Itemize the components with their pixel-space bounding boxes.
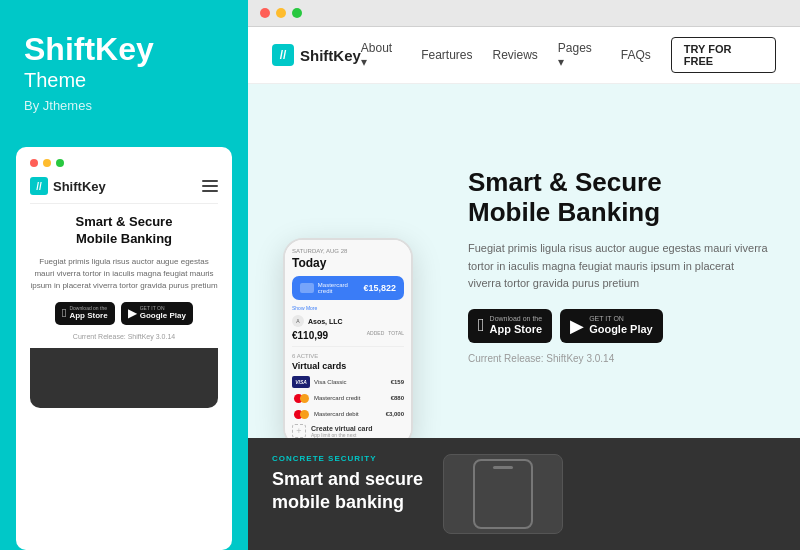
phone-amount-labels: ADDED TOTAL — [367, 330, 404, 341]
hero-google-play-big: Google Play — [589, 322, 653, 336]
phone-today: Today — [292, 256, 404, 270]
preview-nav: // ShiftKey — [30, 177, 218, 204]
phone-mc2-amount: €3,000 — [386, 411, 404, 417]
dot-yellow — [43, 159, 51, 167]
hero-release-text: Current Release: ShiftKey 3.0.14 — [468, 353, 770, 364]
visa-card-icon: VISA — [292, 376, 310, 388]
sidebar-subtitle: Theme — [24, 69, 224, 92]
preview-hero-title: Smart & SecureMobile Banking — [30, 214, 218, 248]
phone-credit-card: Mastercard credit €15,822 — [292, 276, 404, 300]
preview-store-buttons:  Download on the App Store ▶ GET IT ON … — [30, 302, 218, 325]
card-chip-icon — [300, 283, 314, 293]
phone-card-label: Mastercard credit — [318, 282, 364, 294]
website-logo-icon: // — [272, 44, 294, 66]
phone-card-row-left-mc2: Mastercard debit — [292, 408, 359, 420]
mastercard-icon-2 — [292, 408, 310, 420]
preview-hamburger-icon[interactable] — [202, 180, 218, 192]
website-logo: // ShiftKey — [272, 44, 361, 66]
preview-logo-icon: // — [30, 177, 48, 195]
website-nav: // ShiftKey About ▾ Feartures Reviews Pa… — [248, 27, 800, 84]
sidebar-title: ShiftKey — [24, 32, 224, 67]
bottom-heading: Smart and securemobile banking — [272, 468, 423, 513]
phone-add-icon[interactable]: + — [292, 424, 306, 438]
phone-date: SATURDAY, AUG 28 — [292, 248, 404, 254]
website-nav-links: About ▾ Feartures Reviews Pages ▾ FAQs T… — [361, 37, 776, 73]
phone-mc2-name: Mastercard debit — [314, 411, 359, 417]
phone-amount-row: €110,99 ADDED TOTAL — [292, 330, 404, 347]
sidebar-header: ShiftKey Theme By Jthemes — [0, 0, 248, 137]
preview-google-play-big: Google Play — [140, 311, 186, 321]
phone-card-row-left: VISA Visa Classic — [292, 376, 347, 388]
dot-green — [56, 159, 64, 167]
hero-app-store-small: Download on the — [490, 315, 543, 322]
preview-logo-text: ShiftKey — [53, 179, 106, 194]
hero-text-area: Smart & SecureMobile Banking Fuegiat pri… — [448, 84, 800, 438]
nav-pages[interactable]: Pages ▾ — [558, 41, 601, 69]
browser-dot-yellow[interactable] — [276, 8, 286, 18]
phone-visa-amount: €159 — [391, 379, 404, 385]
phone-show-more[interactable]: Show More — [292, 305, 404, 311]
phone-visa-card-name: Visa Classic — [314, 379, 347, 385]
phone-add-card-text: Create virtual card App limit on the nex… — [311, 425, 372, 438]
phone-card-row-mc1: Mastercard credit €880 — [292, 392, 404, 404]
phone-card-row-mc2: Mastercard debit €3,000 — [292, 408, 404, 420]
phone-mc1-name: Mastercard credit — [314, 395, 360, 401]
phone-card-amount: €15,822 — [363, 283, 396, 293]
apple-icon:  — [62, 306, 66, 320]
preview-release-text: Current Release: ShiftKey 3.0.14 — [30, 333, 218, 340]
apple-store-icon:  — [478, 315, 485, 336]
phone-section-count: 6 ACTIVE — [292, 353, 404, 359]
nav-reviews[interactable]: Reviews — [492, 48, 537, 62]
sidebar-preview-bottom-dark — [30, 348, 218, 408]
phone-company-name: Asos, LLC — [308, 318, 343, 325]
hero-body: Fuegiat primis ligula risus auctor augue… — [468, 240, 768, 293]
hero-app-store-text: Download on the App Store — [490, 315, 543, 336]
preview-app-store-big: App Store — [69, 311, 107, 321]
bottom-phone-outline-icon — [473, 459, 533, 529]
bottom-tag: CONCRETE SECURITY — [272, 454, 423, 463]
hero-store-buttons:  Download on the App Store ▶ GET IT ON … — [468, 309, 770, 343]
hero-heading: Smart & SecureMobile Banking — [468, 168, 770, 228]
preview-hero-text: Fuegiat primis ligula risus auctor augue… — [30, 256, 218, 292]
sidebar-by: By Jthemes — [24, 98, 224, 113]
hero-phone-area: SATURDAY, AUG 28 Today Mastercard credit… — [248, 84, 448, 438]
sidebar: ShiftKey Theme By Jthemes // ShiftKey Sm… — [0, 0, 248, 550]
dot-red — [30, 159, 38, 167]
phone-add-card-label: Create virtual card — [311, 425, 372, 432]
sidebar-preview-card: // ShiftKey Smart & SecureMobile Banking… — [16, 147, 232, 550]
browser-dot-red[interactable] — [260, 8, 270, 18]
hero-google-play-button[interactable]: ▶ GET IT ON Google Play — [560, 309, 663, 343]
bottom-phone-preview — [443, 454, 563, 534]
browser-dot-green[interactable] — [292, 8, 302, 18]
preview-app-store-button[interactable]:  Download on the App Store — [55, 302, 115, 325]
hero-app-store-button[interactable]:  Download on the App Store — [468, 309, 552, 343]
nav-faqs[interactable]: FAQs — [621, 48, 651, 62]
website-hero: SATURDAY, AUG 28 Today Mastercard credit… — [248, 84, 800, 438]
website-bottom-text: CONCRETE SECURITY Smart and securemobile… — [272, 454, 423, 513]
phone-company-logo: A — [292, 315, 304, 327]
main-area: // ShiftKey About ▾ Feartures Reviews Pa… — [248, 0, 800, 550]
phone-screen: SATURDAY, AUG 28 Today Mastercard credit… — [285, 240, 411, 438]
preview-google-play-button[interactable]: ▶ GET IT ON Google Play — [121, 302, 193, 325]
website-preview: // ShiftKey About ▾ Feartures Reviews Pa… — [248, 27, 800, 550]
google-play-icon: ▶ — [570, 315, 584, 337]
phone-amount-big: €110,99 — [292, 330, 328, 341]
phone-mockup: SATURDAY, AUG 28 Today Mastercard credit… — [283, 238, 413, 438]
preview-window-dots — [30, 159, 218, 167]
website-logo-text: ShiftKey — [300, 47, 361, 64]
phone-card-row-left-mc1: Mastercard credit — [292, 392, 360, 404]
phone-add-card-sub: App limit on the next — [311, 432, 372, 438]
hero-google-play-text: GET IT ON Google Play — [589, 315, 653, 336]
mastercard-icon-1 — [292, 392, 310, 404]
nav-cta-button[interactable]: TRY FOR FREE — [671, 37, 776, 73]
website-bottom-section: CONCRETE SECURITY Smart and securemobile… — [248, 438, 800, 550]
nav-about[interactable]: About ▾ — [361, 41, 401, 69]
browser-chrome — [248, 0, 800, 27]
phone-add-card-row: + Create virtual card App limit on the n… — [292, 424, 404, 438]
phone-card-row-visa: VISA Visa Classic €159 — [292, 376, 404, 388]
nav-features[interactable]: Feartures — [421, 48, 472, 62]
phone-card-left: Mastercard credit — [300, 282, 363, 294]
preview-google-play-text: GET IT ON Google Play — [140, 306, 186, 321]
play-icon: ▶ — [128, 306, 137, 320]
hero-app-store-big: App Store — [490, 322, 543, 336]
